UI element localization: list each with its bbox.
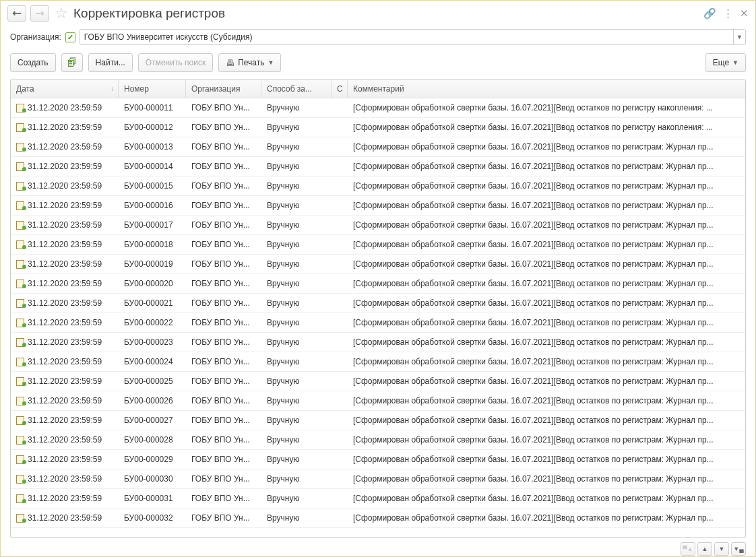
- print-button[interactable]: 🖶 Печать ▼: [218, 53, 281, 72]
- cell-org: ГОБУ ВПО Ун...: [186, 235, 261, 254]
- table-row[interactable]: 31.12.2020 23:59:59БУ00-000019ГОБУ ВПО У…: [11, 255, 745, 274]
- favorite-star-icon[interactable]: ☆: [55, 5, 68, 22]
- cell-number: БУ00-000028: [119, 430, 186, 449]
- refresh-button[interactable]: 🗐: [61, 53, 83, 72]
- cell-org: ГОБУ ВПО Ун...: [186, 489, 261, 508]
- cancel-search-button[interactable]: Отменить поиск: [138, 53, 213, 72]
- document-icon: [16, 240, 26, 249]
- column-date[interactable]: Дата ↓: [11, 79, 119, 98]
- cell-comment: [Сформирован обработкой свертки базы. 16…: [348, 216, 745, 234]
- scroll-up-button[interactable]: ▲: [697, 542, 712, 556]
- document-icon: [16, 416, 26, 424]
- cell-org: ГОБУ ВПО Ун...: [186, 313, 261, 332]
- table-row[interactable]: 31.12.2020 23:59:59БУ00-000022ГОБУ ВПО У…: [11, 313, 745, 333]
- document-icon: [16, 494, 26, 502]
- table-row[interactable]: 31.12.2020 23:59:59БУ00-000028ГОБУ ВПО У…: [11, 430, 745, 450]
- find-button[interactable]: Найти...: [88, 53, 133, 72]
- table-row[interactable]: 31.12.2020 23:59:59БУ00-000029ГОБУ ВПО У…: [11, 450, 745, 469]
- more-button[interactable]: Еще ▼: [705, 53, 746, 72]
- table-row[interactable]: 31.12.2020 23:59:59БУ00-000014ГОБУ ВПО У…: [11, 157, 745, 176]
- cell-date: 31.12.2020 23:59:59: [11, 196, 119, 215]
- cell-comment: [Сформирован обработкой свертки базы. 16…: [348, 157, 745, 176]
- cell-c: [332, 216, 348, 234]
- column-c[interactable]: С: [332, 79, 348, 98]
- table-row[interactable]: 31.12.2020 23:59:59БУ00-000030ГОБУ ВПО У…: [11, 469, 745, 489]
- table-row[interactable]: 31.12.2020 23:59:59БУ00-000011ГОБУ ВПО У…: [11, 98, 745, 118]
- document-icon: [16, 397, 26, 405]
- table-row[interactable]: 31.12.2020 23:59:59БУ00-000026ГОБУ ВПО У…: [11, 391, 745, 411]
- cell-date: 31.12.2020 23:59:59: [11, 352, 119, 371]
- table-row[interactable]: 31.12.2020 23:59:59БУ00-000012ГОБУ ВПО У…: [11, 118, 745, 137]
- scroll-down-button[interactable]: ▼: [714, 542, 729, 556]
- cell-c: [332, 255, 348, 273]
- column-method[interactable]: Способ за...: [261, 79, 332, 98]
- cell-comment: [Сформирован обработкой свертки базы. 16…: [348, 176, 745, 195]
- cell-date: 31.12.2020 23:59:59: [11, 216, 119, 234]
- document-icon: [16, 123, 26, 131]
- cell-date: 31.12.2020 23:59:59: [11, 176, 119, 195]
- cell-org: ГОБУ ВПО Ун...: [186, 372, 261, 391]
- page-title: Корректировка регистров: [73, 6, 699, 21]
- link-icon[interactable]: 🔗: [703, 7, 716, 20]
- table-row[interactable]: 31.12.2020 23:59:59БУ00-000016ГОБУ ВПО У…: [11, 196, 745, 216]
- cell-method: Вручную: [261, 333, 332, 352]
- document-icon: [16, 260, 26, 268]
- cell-c: [332, 176, 348, 195]
- cell-method: Вручную: [261, 509, 332, 527]
- document-icon: [16, 221, 26, 229]
- table-row[interactable]: 31.12.2020 23:59:59БУ00-000023ГОБУ ВПО У…: [11, 333, 745, 352]
- cell-c: [332, 98, 348, 117]
- scroll-bottom-button[interactable]: ▼▄: [731, 542, 746, 556]
- table-row[interactable]: 31.12.2020 23:59:59БУ00-000032ГОБУ ВПО У…: [11, 509, 745, 528]
- cell-number: БУ00-000031: [119, 489, 186, 508]
- cell-org: ГОБУ ВПО Ун...: [186, 391, 261, 410]
- close-icon[interactable]: ✕: [740, 7, 749, 20]
- table-row[interactable]: 31.12.2020 23:59:59БУ00-000017ГОБУ ВПО У…: [11, 216, 745, 235]
- table-row[interactable]: 31.12.2020 23:59:59БУ00-000024ГОБУ ВПО У…: [11, 352, 745, 372]
- chevron-down-icon[interactable]: ▼: [733, 30, 745, 44]
- cell-number: БУ00-000026: [119, 391, 186, 410]
- cell-number: БУ00-000030: [119, 469, 186, 488]
- forward-button[interactable]: 🠦: [30, 5, 49, 22]
- cell-method: Вручную: [261, 176, 332, 195]
- table-row[interactable]: 31.12.2020 23:59:59БУ00-000027ГОБУ ВПО У…: [11, 411, 745, 430]
- refresh-icon: 🗐: [67, 57, 77, 68]
- document-icon: [16, 455, 26, 463]
- sort-asc-icon: ↓: [111, 85, 114, 92]
- cell-org: ГОБУ ВПО Ун...: [186, 333, 261, 352]
- cell-comment: [Сформирован обработкой свертки базы. 16…: [348, 489, 745, 508]
- cell-method: Вручную: [261, 450, 332, 469]
- table-row[interactable]: 31.12.2020 23:59:59БУ00-000013ГОБУ ВПО У…: [11, 137, 745, 157]
- toolbar: Создать 🗐 Найти... Отменить поиск 🖶 Печа…: [1, 51, 755, 79]
- create-button[interactable]: Создать: [10, 53, 56, 72]
- table-row[interactable]: 31.12.2020 23:59:59БУ00-000015ГОБУ ВПО У…: [11, 176, 745, 196]
- cell-date: 31.12.2020 23:59:59: [11, 98, 119, 117]
- cell-comment: [Сформирован обработкой свертки базы. 16…: [348, 313, 745, 332]
- cell-comment: [Сформирован обработкой свертки базы. 16…: [348, 450, 745, 469]
- cell-number: БУ00-000016: [119, 196, 186, 215]
- scroll-top-button[interactable]: ▀▲: [681, 542, 695, 556]
- cell-c: [332, 411, 348, 430]
- org-input[interactable]: ГОБУ ВПО Университет искусств (Субсидия)…: [80, 29, 746, 45]
- document-icon: [16, 319, 26, 327]
- cell-number: БУ00-000018: [119, 235, 186, 254]
- column-org[interactable]: Организация: [186, 79, 261, 98]
- cell-comment: [Сформирован обработкой свертки базы. 16…: [348, 469, 745, 488]
- cell-c: [332, 313, 348, 332]
- filter-label: Организация:: [10, 32, 61, 42]
- cell-number: БУ00-000012: [119, 118, 186, 137]
- table-row[interactable]: 31.12.2020 23:59:59БУ00-000031ГОБУ ВПО У…: [11, 489, 745, 509]
- table-row[interactable]: 31.12.2020 23:59:59БУ00-000025ГОБУ ВПО У…: [11, 372, 745, 391]
- document-icon: [16, 475, 26, 483]
- kebab-menu-icon[interactable]: ⋮: [723, 7, 733, 20]
- grid-header: Дата ↓ Номер Организация Способ за... С …: [11, 79, 745, 98]
- table-row[interactable]: 31.12.2020 23:59:59БУ00-000021ГОБУ ВПО У…: [11, 294, 745, 313]
- org-filter-checkbox[interactable]: ✓: [65, 32, 75, 42]
- cell-date: 31.12.2020 23:59:59: [11, 255, 119, 273]
- cell-comment: [Сформирован обработкой свертки базы. 16…: [348, 391, 745, 410]
- table-row[interactable]: 31.12.2020 23:59:59БУ00-000018ГОБУ ВПО У…: [11, 235, 745, 255]
- back-button[interactable]: 🠤: [7, 5, 26, 22]
- column-comment[interactable]: Комментарий: [348, 79, 745, 98]
- table-row[interactable]: 31.12.2020 23:59:59БУ00-000020ГОБУ ВПО У…: [11, 274, 745, 294]
- column-number[interactable]: Номер: [119, 79, 186, 98]
